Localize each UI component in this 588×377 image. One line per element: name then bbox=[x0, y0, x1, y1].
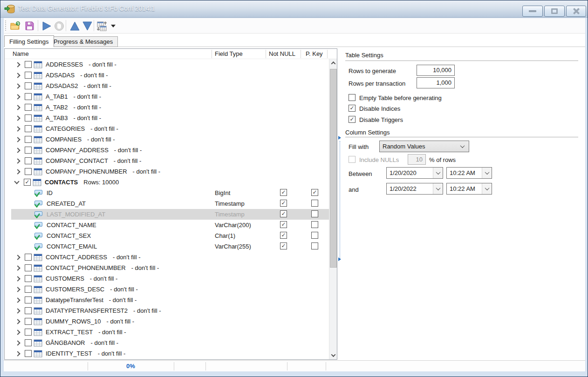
expand-chevron-icon[interactable] bbox=[15, 276, 20, 281]
minimize-button[interactable] bbox=[522, 6, 543, 17]
field-row[interactable]: CONTACT_NAMEVarChar(200) bbox=[5, 220, 329, 230]
stop-button[interactable] bbox=[53, 20, 65, 32]
table-row[interactable]: DatatypeTransferTest- don't fill - bbox=[5, 295, 329, 305]
table-row[interactable]: A_TAB1- don't fill - bbox=[5, 91, 329, 102]
table-fill-checkbox[interactable] bbox=[25, 147, 32, 154]
table-fill-checkbox[interactable] bbox=[25, 93, 32, 100]
fill-with-select[interactable]: Random Values bbox=[379, 141, 469, 152]
table-row[interactable]: COMPANY_CONTACT- don't fill - bbox=[5, 155, 329, 166]
field-row[interactable]: CREATED_ATTimestamp bbox=[5, 198, 329, 209]
table-fill-checkbox[interactable] bbox=[25, 125, 32, 132]
table-row[interactable]: CONTACTSRows: 10000 bbox=[5, 177, 329, 188]
not-null-checkbox[interactable] bbox=[280, 200, 287, 207]
column-header-field-type[interactable]: Field Type bbox=[215, 50, 243, 57]
scroll-down-button[interactable] bbox=[329, 351, 337, 359]
field-row[interactable]: CONTACT_EMAILVarChar(255) bbox=[5, 241, 329, 252]
table-fill-checkbox[interactable] bbox=[24, 179, 31, 186]
table-row[interactable]: ADSADAS2- don't fill - bbox=[5, 81, 329, 91]
expand-chevron-icon[interactable] bbox=[15, 169, 20, 174]
include-nulls-checkbox[interactable] bbox=[349, 156, 356, 163]
table-row[interactable]: CUSTOMERS- don't fill - bbox=[5, 273, 329, 284]
table-fill-checkbox[interactable] bbox=[25, 61, 32, 68]
time-dropdown-button[interactable] bbox=[482, 183, 492, 194]
nulls-percent-input[interactable]: 10 bbox=[408, 154, 426, 165]
expand-chevron-icon[interactable] bbox=[15, 73, 20, 78]
table-row[interactable]: COMPANY_ADDRESS- don't fill - bbox=[5, 145, 329, 155]
expand-chevron-icon[interactable] bbox=[15, 351, 20, 356]
table-fill-checkbox[interactable] bbox=[25, 254, 32, 261]
between-date-select[interactable]: 1/20/2020 bbox=[386, 167, 443, 179]
move-up-button[interactable] bbox=[68, 20, 81, 32]
expand-chevron-icon[interactable] bbox=[15, 83, 20, 88]
tab-progress-messages[interactable]: Progress & Messages bbox=[48, 36, 118, 47]
move-down-button[interactable] bbox=[81, 20, 94, 32]
table-fill-checkbox[interactable] bbox=[25, 136, 32, 143]
primary-key-checkbox[interactable] bbox=[311, 242, 318, 249]
generate-options-dropdown[interactable] bbox=[109, 20, 117, 32]
expand-chevron-icon[interactable] bbox=[15, 308, 20, 313]
table-fill-checkbox[interactable] bbox=[25, 168, 32, 175]
expand-chevron-icon[interactable] bbox=[14, 179, 19, 184]
expand-chevron-icon[interactable] bbox=[15, 148, 20, 153]
maximize-button[interactable] bbox=[544, 6, 565, 17]
not-null-checkbox[interactable] bbox=[280, 221, 287, 228]
expand-chevron-icon[interactable] bbox=[15, 319, 20, 324]
disable-triggers-checkbox[interactable] bbox=[349, 116, 356, 123]
table-row[interactable]: GÅNGBANOR- don't fill - bbox=[5, 337, 329, 348]
rows-to-generate-input[interactable]: 10,000 bbox=[417, 65, 455, 76]
table-fill-checkbox[interactable] bbox=[25, 82, 32, 89]
date-dropdown-button[interactable] bbox=[433, 183, 443, 194]
primary-key-checkbox[interactable] bbox=[311, 200, 318, 207]
vertical-scrollbar[interactable] bbox=[329, 59, 337, 359]
table-fill-checkbox[interactable] bbox=[25, 104, 32, 111]
field-row[interactable]: LAST_MODIFIED_ATTimestamp bbox=[5, 209, 329, 220]
field-row[interactable]: CONTACT_SEXChar(1) bbox=[5, 230, 329, 241]
table-row[interactable]: A_TAB2- don't fill - bbox=[5, 102, 329, 113]
generate-data-button[interactable] bbox=[96, 20, 109, 32]
not-null-checkbox[interactable] bbox=[280, 210, 287, 217]
scrollbar-thumb[interactable] bbox=[330, 69, 337, 268]
tab-filling-settings[interactable]: Filling Settings bbox=[4, 35, 54, 47]
disable-indices-checkbox[interactable] bbox=[349, 105, 356, 112]
table-fill-checkbox[interactable] bbox=[25, 307, 32, 314]
table-fill-checkbox[interactable] bbox=[25, 296, 32, 303]
table-fill-checkbox[interactable] bbox=[25, 114, 32, 121]
table-row[interactable]: ADSADAS- don't fill - bbox=[5, 70, 329, 81]
table-row[interactable]: COMPANY_PHONENUMBER- don't fill - bbox=[5, 166, 329, 177]
table-fill-checkbox[interactable] bbox=[25, 286, 32, 293]
column-header-not-null[interactable]: Not NULL bbox=[269, 50, 295, 57]
splitter-arrow-icon[interactable] bbox=[338, 136, 341, 140]
empty-table-checkbox[interactable] bbox=[349, 94, 356, 101]
table-row[interactable]: IDENTITY_TEST- don't fill - bbox=[5, 348, 329, 359]
expand-chevron-icon[interactable] bbox=[15, 137, 20, 142]
time-dropdown-button[interactable] bbox=[482, 168, 492, 178]
field-row[interactable]: IDBigInt bbox=[5, 188, 329, 198]
panel-splitter[interactable] bbox=[340, 141, 340, 258]
rows-per-transaction-input[interactable]: 1,000 bbox=[417, 77, 455, 88]
primary-key-checkbox[interactable] bbox=[311, 210, 318, 217]
table-row[interactable]: CATEGORIES- don't fill - bbox=[5, 123, 329, 134]
table-row[interactable]: DATATYPETRANSFERTEST2- don't fill - bbox=[5, 305, 329, 316]
not-null-checkbox[interactable] bbox=[280, 232, 287, 239]
table-row[interactable]: CONTACT_ADDRESS- don't fill - bbox=[5, 252, 329, 263]
not-null-checkbox[interactable] bbox=[280, 189, 287, 196]
table-fill-checkbox[interactable] bbox=[25, 329, 32, 336]
and-time-select[interactable]: 10:22 AM bbox=[446, 183, 492, 195]
expand-chevron-icon[interactable] bbox=[15, 105, 20, 110]
table-row[interactable]: CONTACT_PHONENUMBER- don't fill - bbox=[5, 263, 329, 273]
expand-chevron-icon[interactable] bbox=[15, 255, 20, 260]
expand-chevron-icon[interactable] bbox=[15, 330, 20, 335]
table-fill-checkbox[interactable] bbox=[25, 72, 32, 79]
save-button[interactable] bbox=[23, 20, 36, 32]
primary-key-checkbox[interactable] bbox=[311, 232, 318, 239]
table-fill-checkbox[interactable] bbox=[25, 157, 32, 164]
expand-chevron-icon[interactable] bbox=[15, 126, 20, 131]
table-fill-checkbox[interactable] bbox=[25, 318, 32, 325]
expand-chevron-icon[interactable] bbox=[15, 158, 20, 163]
column-header-p-key[interactable]: P. Key bbox=[306, 50, 323, 57]
splitter-arrow-icon[interactable] bbox=[338, 257, 341, 261]
title-bar[interactable]: Test Data Generator: Firebird 3:Fb Conf … bbox=[0, 0, 588, 18]
expand-chevron-icon[interactable] bbox=[15, 115, 20, 121]
primary-key-checkbox[interactable] bbox=[311, 189, 318, 196]
not-null-checkbox[interactable] bbox=[280, 242, 287, 249]
